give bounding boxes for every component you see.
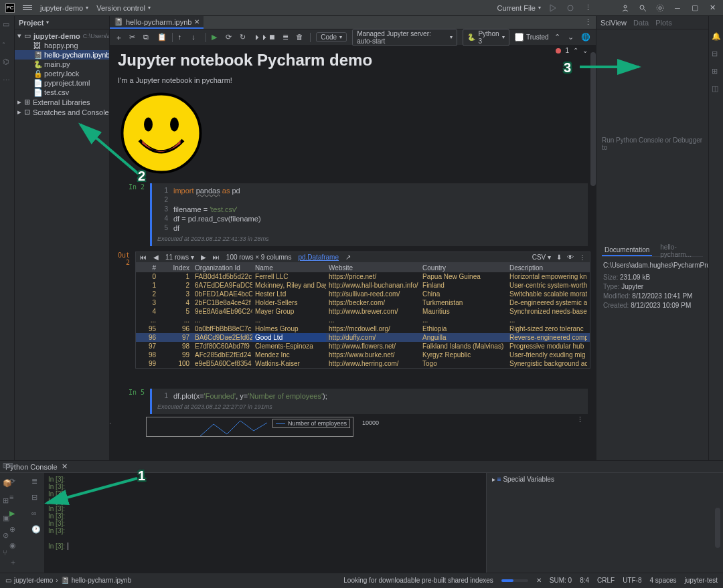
expand-button[interactable]: ⌄ [568, 33, 576, 42]
more-tool-icon[interactable]: ⋯ [3, 76, 12, 86]
run-config-dropdown[interactable]: Current File▾ [497, 4, 541, 12]
interpreter-dropdown[interactable]: 🐍Python 3▾ [463, 29, 509, 46]
add-cell-button[interactable]: ＋ [115, 33, 124, 42]
tree-file-main[interactable]: 🐍main.py [15, 60, 109, 69]
scroll-button[interactable]: ⊟ [31, 493, 41, 502]
interpreter-status[interactable]: jupyter-test [685, 577, 718, 584]
run-below-button[interactable]: ⟳ [226, 33, 234, 42]
r-tool-icon[interactable]: ◫ [712, 84, 721, 94]
add-button[interactable]: ＋ [9, 557, 19, 567]
external-link-icon[interactable]: ↗ [345, 254, 351, 261]
cut-button[interactable]: ✂ [129, 33, 138, 42]
column-header[interactable]: Index [159, 264, 192, 272]
df-type-link[interactable]: pd.Dataframe [298, 254, 339, 261]
table-row[interactable]: 95960a0bfFbBbB8eC7cHolmes Grouphttps://m… [136, 324, 590, 333]
delete-button[interactable]: 🗑 [296, 33, 305, 42]
special-variables-node[interactable]: ▸ ≡ Special Variables [492, 476, 708, 483]
table-row[interactable]: 01FAB0d41d5b5d22cFerrell LLChttps://pric… [136, 272, 590, 281]
variables-button[interactable]: ≣ [283, 33, 291, 42]
first-page-button[interactable]: ⏮ [140, 254, 147, 261]
output-options-button[interactable]: ⋮ [576, 415, 584, 424]
more-button[interactable]: ⋮ [579, 254, 586, 261]
main-menu-button[interactable] [23, 5, 32, 10]
column-header[interactable]: Organization Id [192, 264, 252, 272]
chevron-down-icon[interactable]: ⌄ [582, 47, 588, 54]
cell-type-dropdown[interactable]: Code▾ [316, 32, 347, 42]
settings-icon[interactable] [655, 3, 665, 13]
search-icon[interactable] [637, 3, 648, 13]
soft-wrap-button[interactable]: ≣ [31, 477, 41, 486]
table-row[interactable]: 9697BA6Cd9Dae2Efd62Good Ltdhttp://duffy.… [136, 333, 590, 342]
table-row[interactable]: 342bFC1Be8a4ce42fHolder-Sellershttps://b… [136, 298, 590, 307]
column-header[interactable]: Name [252, 264, 326, 272]
services-tool-icon[interactable]: ⊞ [3, 496, 12, 506]
table-row[interactable]: 9899AFc285dbE2fEd24Mendez Inchttps://www… [136, 351, 590, 359]
close-icon[interactable]: ✕ [194, 18, 199, 25]
export-dropdown[interactable]: CSV ▾ [532, 254, 551, 261]
notifications-icon[interactable]: 🔔 [712, 32, 721, 41]
cancel-indexing-button[interactable]: ✕ [536, 577, 542, 584]
console-input[interactable]: In [3]: [48, 543, 482, 550]
tree-external-libs[interactable]: ▸⊞External Libraries [15, 97, 109, 107]
table-row[interactable]: 459eE8A6a4Eb96C24Mayer Grouphttp://www.b… [136, 307, 590, 316]
column-header[interactable]: Website [326, 264, 420, 272]
prev-page-button[interactable]: ◀ [153, 254, 159, 261]
doc-tab-file[interactable]: hello-pycharm... [657, 242, 703, 260]
dataframe-table[interactable]: #IndexOrganization IdNameWebsiteCountryD… [135, 263, 590, 369]
table-row[interactable]: 9798E7df80C60Abd7f9Clements-Espinozahttp… [136, 342, 590, 351]
tab-plots[interactable]: Plots [655, 19, 671, 27]
trusted-checkbox[interactable]: Trusted [515, 33, 549, 41]
tree-file-poetry[interactable]: 🔒poetry.lock [15, 69, 109, 78]
view-toggle-button[interactable]: 👁 [567, 254, 574, 261]
last-page-button[interactable]: ⏭ [213, 254, 220, 261]
jupyter-server-dropdown[interactable]: Managed Jupyter server: auto-start▾ [352, 29, 457, 46]
next-page-button[interactable]: ▶ [201, 254, 206, 261]
tree-file-happy[interactable]: 🖼happy.png [15, 41, 109, 50]
table-row[interactable]: 126A7EdDEA9FaDC52Mckinney, Riley and Day… [136, 281, 590, 290]
tree-file-csv[interactable]: 📄test.csv [15, 88, 109, 97]
python-console-tool-icon[interactable]: ⌨ [3, 462, 12, 471]
debug-button[interactable] [565, 3, 576, 13]
vcs-dropdown[interactable]: Version control▾ [96, 4, 151, 12]
inspection-widget[interactable]: 1 ⌃ ⌄ [556, 47, 588, 54]
account-icon[interactable] [620, 3, 631, 13]
editor-tab-notebook[interactable]: 📓 hello-pycharm.ipynb ✕ [110, 16, 204, 29]
chevron-down-icon[interactable]: ▾ [46, 19, 49, 25]
indent-status[interactable]: 4 spaces [650, 577, 677, 584]
tab-sciview[interactable]: SciView [600, 19, 627, 27]
console-output[interactable]: In [3]: In [3]: In [3]: In [3]: In [3]: … [44, 473, 486, 573]
close-button[interactable]: ✕ [707, 3, 718, 13]
column-header[interactable]: Description [507, 264, 587, 272]
project-tool-icon[interactable]: ▭ [3, 20, 12, 29]
run-cell-button[interactable]: ▶ [212, 33, 220, 42]
console-scrollbar[interactable] [715, 508, 720, 548]
copy-button[interactable]: ⧉ [143, 33, 152, 42]
editor-scrollbar[interactable] [590, 52, 596, 186]
line-ending[interactable]: CRLF [597, 577, 615, 584]
table-row[interactable]: 230bFED1ADAE4bcC1Hester Ltdhttp://sulliv… [136, 290, 590, 298]
column-header[interactable]: # [139, 264, 159, 272]
move-up-button[interactable]: ↑ [178, 33, 187, 42]
tree-scratches[interactable]: ▸⊡Scratches and Consoles [15, 107, 109, 117]
git-tool-icon[interactable]: ⑂ [3, 549, 12, 558]
packages-tool-icon[interactable]: 📦 [3, 479, 12, 488]
restart-button[interactable]: ↻ [240, 33, 248, 42]
run-button[interactable] [548, 3, 558, 13]
code-cell-2[interactable]: 1import pandas as pd 2 3filename = 'test… [150, 183, 588, 246]
doc-tab-documentation[interactable]: Documentation [602, 245, 652, 256]
terminal-tool-icon[interactable]: ▣ [3, 514, 12, 523]
chevron-up-icon[interactable]: ⌃ [573, 47, 578, 54]
database-icon[interactable]: ⊟ [712, 50, 721, 59]
paste-button[interactable]: 📋 [157, 33, 167, 42]
encoding[interactable]: UTF-8 [623, 577, 641, 584]
table-row[interactable]: ..................... [136, 316, 590, 324]
table-row[interactable]: 99100e9eB5A60Cef8354Watkins-Kaiserhttp:/… [136, 359, 590, 368]
minimize-button[interactable]: ─ [672, 3, 683, 13]
print-button[interactable]: ∞ [31, 509, 41, 518]
notebook-body[interactable]: 1 ⌃ ⌄ Jupyter notebook Pycharm demo I'm … [110, 45, 596, 460]
project-dropdown[interactable]: jupyter-demo▾ [40, 4, 88, 12]
maximize-button[interactable]: ▢ [690, 3, 700, 13]
sciview-icon[interactable]: ⊞ [712, 67, 721, 76]
restart-run-button[interactable]: ⏵⏵ [254, 33, 263, 42]
move-down-button[interactable]: ↓ [191, 33, 200, 42]
